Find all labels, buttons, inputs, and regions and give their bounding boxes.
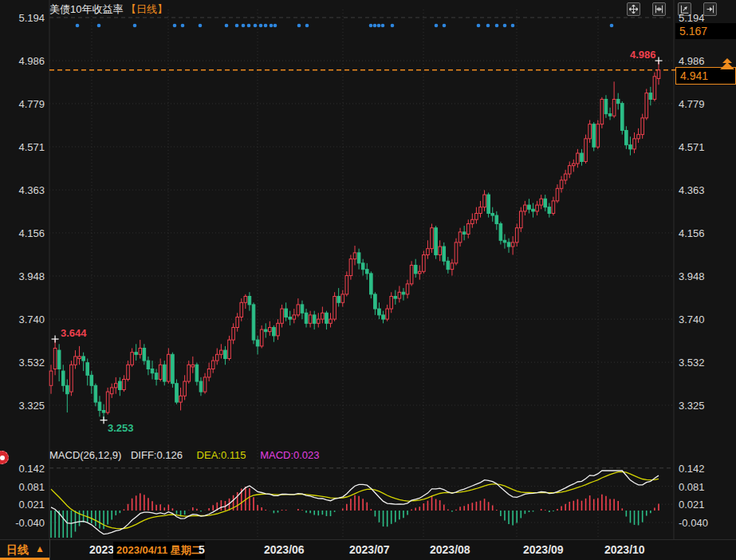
x-tick-partial-month: 5 [199, 543, 205, 556]
price-tick-right: 3.740 [679, 314, 705, 325]
symbol-name: 美债10年收益率 [49, 3, 123, 15]
event-markers[interactable] [76, 24, 614, 28]
event-dot-icon [225, 24, 229, 28]
macd-header: MACD(26,12,9) DIFF:0.126 DEA:0.115 MACD:… [49, 449, 320, 461]
macd-tick-left: 0.021 [0, 499, 45, 511]
event-dot-icon [443, 24, 447, 28]
x-tick-year: 2023 [89, 543, 114, 556]
tab-period-daily[interactable]: 日线 [6, 543, 29, 558]
macd-tick-right: 0.142 [679, 462, 705, 474]
event-dot-icon [369, 24, 373, 28]
period-dropdown-arrow-icon: ▲ [35, 543, 45, 554]
macd-diff-value: DIFF:0.126 [131, 449, 183, 461]
price-tick-left: 3.325 [0, 399, 45, 411]
pan-icon[interactable] [627, 2, 640, 16]
macd-tick-left: 0.081 [0, 480, 45, 492]
event-dot-icon [511, 24, 515, 28]
price-tick-left: 4.363 [0, 184, 45, 196]
price-tick-left: 4.986 [0, 55, 45, 67]
macd-dea-value: DEA:0.115 [197, 449, 246, 461]
event-dot-icon [305, 24, 309, 28]
extreme-cross-marker [655, 57, 663, 65]
x-tick-month: 2023/07 [349, 543, 390, 556]
event-dot-icon [503, 24, 507, 28]
price-tick-right: 4.571 [679, 140, 705, 152]
crosshair-date-tooltip: 2023/04/11 星期二 [113, 542, 205, 559]
macd-tick-right: 0.021 [679, 499, 705, 511]
event-dot-icon [477, 24, 481, 28]
macd-tick-right: 0.081 [679, 480, 705, 492]
event-dot-icon [610, 24, 614, 28]
event-dot-icon [264, 24, 268, 28]
event-dot-icon [274, 24, 277, 28]
macd-tick-left: -0.040 [0, 517, 45, 529]
event-dot-icon [270, 24, 274, 28]
event-dot-icon [199, 24, 203, 28]
price-tick-right: 4.779 [679, 97, 705, 109]
window-high-annotation: 4.986 [630, 49, 656, 61]
event-dot-icon [247, 24, 251, 28]
macd-params-label: MACD(26,12,9) [49, 449, 121, 461]
x-tick-month: 2023/09 [523, 543, 564, 556]
price-tick-left: 3.532 [0, 357, 45, 369]
price-tick-left: 5.194 [0, 12, 45, 24]
macd-histogram [51, 487, 659, 538]
price-tick-right: 4.363 [679, 184, 705, 196]
macd-macd-value: MACD:0.023 [260, 449, 319, 461]
event-dot-icon [495, 24, 499, 28]
price-tick-right: 3.325 [679, 399, 705, 411]
event-dot-icon [259, 24, 263, 28]
chart-canvas[interactable] [0, 0, 736, 560]
left-peak-annotation: 3.644 [61, 327, 87, 339]
fit-x-axis-icon[interactable] [652, 2, 666, 16]
candlestick-series [49, 61, 660, 420]
event-dot-icon [181, 24, 185, 28]
price-tick-right: 4.986 [679, 55, 705, 67]
event-dot-icon [133, 24, 137, 28]
price-tick-left: 4.779 [0, 97, 45, 109]
scroll-to-latest-icon[interactable] [703, 2, 717, 16]
price-tick-left: 4.571 [0, 140, 45, 152]
session-high-label: 5.167 [675, 23, 736, 39]
event-dot-icon [173, 24, 177, 28]
price-tick-right: 4.156 [679, 227, 705, 239]
window-low-annotation: 3.253 [108, 422, 134, 434]
macd-tick-left: 0.142 [0, 462, 45, 474]
footer-separator [49, 539, 50, 560]
price-tick-left: 4.156 [0, 227, 45, 239]
trading-chart-window: 美债10年收益率 【日线】 5.167 4.941 [0, 0, 736, 560]
period-badge: 【日线】 [126, 3, 167, 15]
event-dot-icon [486, 24, 490, 28]
event-dot-icon [297, 24, 301, 28]
event-dot-icon [242, 24, 246, 28]
price-tick-right: 3.532 [679, 357, 705, 369]
event-dot-icon [97, 24, 101, 28]
price-up-arrow-icon [719, 57, 735, 70]
event-dot-icon [254, 24, 258, 28]
price-tick-left: 3.948 [0, 270, 45, 282]
x-tick-month: 2023/06 [264, 543, 305, 556]
event-dot-icon [377, 24, 381, 28]
price-tick-left: 3.740 [0, 314, 45, 325]
event-dot-icon [76, 24, 80, 28]
event-dot-icon [381, 24, 385, 28]
extreme-cross-marker [52, 336, 59, 343]
event-dot-icon [391, 24, 395, 28]
macd-tick-right: -0.040 [679, 517, 708, 529]
price-tick-right: 5.194 [679, 12, 705, 24]
event-dot-icon [373, 24, 377, 28]
price-tick-right: 3.948 [679, 270, 705, 282]
x-tick-month: 2023/08 [430, 543, 470, 556]
chart-title: 美债10年收益率 【日线】 [49, 2, 167, 17]
x-tick-month: 2023/10 [604, 543, 645, 556]
extreme-cross-marker [100, 416, 108, 424]
event-dot-icon [235, 24, 239, 28]
event-dot-icon [435, 24, 439, 28]
